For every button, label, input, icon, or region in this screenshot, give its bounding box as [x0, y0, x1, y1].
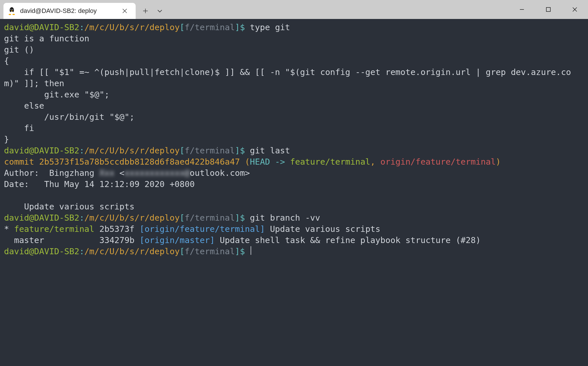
output-1-line-2: git () — [4, 45, 34, 55]
window-controls — [509, 0, 588, 19]
command-3: git branch -vv — [250, 213, 320, 223]
prompt-sep: : — [79, 213, 84, 223]
author-prefix: Author: Bingzhang — [4, 168, 99, 178]
active-tab[interactable]: david@DAVID-SB2: deploy — [3, 3, 136, 19]
prompt-dollar: $ — [240, 213, 250, 223]
command-1: type git — [250, 22, 290, 32]
chevron-down-icon — [157, 8, 163, 14]
titlebar: david@DAVID-SB2: deploy — [0, 0, 588, 19]
prompt-branch-close: ] — [235, 246, 240, 256]
prompt-user-host: david@DAVID-SB2 — [4, 146, 79, 155]
commit-branch-local: feature/terminal — [290, 157, 370, 167]
branch-line-1: * feature/terminal 2b5373f [origin/featu… — [4, 224, 381, 234]
prompt-line-1: david@DAVID-SB2:/m/c/U/b/s/r/deploy[f/te… — [4, 22, 290, 32]
b1-mid: 2b5373f — [94, 224, 139, 234]
prompt-branch-close: ] — [235, 213, 240, 223]
maximize-icon — [545, 7, 551, 12]
close-window-button[interactable] — [562, 0, 588, 19]
minimize-button[interactable] — [509, 0, 535, 19]
tab-actions — [136, 3, 166, 19]
commit-open: ( — [240, 157, 250, 167]
b1-close: ] — [260, 224, 265, 234]
svg-point-6 — [12, 9, 13, 10]
commit-branch-remote: origin/feature/terminal — [381, 157, 496, 167]
b2-pre: master 334279b — [4, 235, 139, 245]
svg-rect-14 — [546, 7, 550, 11]
tux-icon — [7, 7, 16, 15]
prompt-line-3: david@DAVID-SB2:/m/c/U/b/s/r/deploy[f/te… — [4, 213, 320, 223]
prompt-dollar: $ — [240, 146, 250, 155]
author-suffix: outlook.com> — [190, 168, 250, 178]
prompt-branch-open: [ — [180, 246, 185, 256]
tab-title: david@DAVID-SB2: deploy — [20, 7, 115, 15]
prompt-user-host: david@DAVID-SB2 — [4, 246, 79, 256]
tab-dropdown-button[interactable] — [154, 5, 166, 17]
author-mid: < — [114, 168, 124, 178]
commit-line: commit 2b5373f15a78b5ccdbb8128d6f8aed422… — [4, 157, 501, 167]
prompt-branch-close: ] — [235, 22, 240, 32]
prompt-path: /m/c/U/b/s/r/deploy — [84, 146, 180, 155]
author-blur-1: Xxx — [99, 168, 114, 178]
b2-upstream: origin/master — [145, 235, 210, 245]
command-2: git last — [250, 146, 290, 155]
branch-line-2: master 334279b [origin/master] Update sh… — [4, 235, 481, 245]
output-1-line-9: } — [4, 134, 9, 144]
commit-close: ) — [496, 157, 501, 167]
commit-hash: 2b5373f15a78b5ccdbb8128d6f8aed422b846a47 — [39, 157, 240, 167]
svg-point-2 — [10, 11, 13, 14]
prompt-path: /m/c/U/b/s/r/deploy — [84, 246, 180, 256]
prompt-sep: : — [79, 146, 84, 155]
output-1-line-8: fi — [4, 123, 34, 133]
prompt-sep: : — [79, 246, 84, 256]
close-icon — [122, 8, 127, 14]
prompt-branch-open: [ — [180, 146, 185, 155]
svg-point-7 — [9, 14, 11, 15]
prompt-dollar: $ — [240, 22, 250, 32]
minimize-icon — [519, 7, 525, 12]
output-1-line-7: /usr/bin/git "$@"; — [4, 112, 134, 122]
terminal-pane[interactable]: david@DAVID-SB2:/m/c/U/b/s/r/deploy[f/te… — [0, 19, 588, 366]
commit-comma: , — [370, 157, 381, 167]
prompt-branch: f/terminal — [185, 22, 235, 32]
prompt-path: /m/c/U/b/s/r/deploy — [84, 213, 180, 223]
svg-point-5 — [11, 9, 11, 10]
prompt-line-2: david@DAVID-SB2:/m/c/U/b/s/r/deploy[f/te… — [4, 146, 290, 155]
new-tab-button[interactable] — [140, 5, 151, 17]
author-line: Author: Bingzhang Xxx <xxxxxxxxxxxx@outl… — [4, 168, 250, 178]
b1-open: [ — [139, 224, 144, 234]
b2-msg: Update shell task && refine playbook str… — [215, 235, 481, 245]
plus-icon — [143, 8, 148, 14]
author-blur-2: xxxxxxxxxxxx@ — [124, 168, 190, 178]
prompt-branch-open: [ — [180, 213, 185, 223]
prompt-user-host: david@DAVID-SB2 — [4, 213, 79, 223]
prompt-branch: f/terminal — [185, 213, 235, 223]
prompt-user-host: david@DAVID-SB2 — [4, 22, 79, 32]
commit-message: Update various scripts — [4, 202, 134, 211]
date-line: Date: Thu May 14 12:12:09 2020 +0800 — [4, 179, 195, 189]
b1-name: feature/terminal — [14, 224, 94, 234]
b1-upstream: origin/feature/terminal — [145, 224, 260, 234]
maximize-button[interactable] — [535, 0, 562, 19]
prompt-branch: f/terminal — [185, 146, 235, 155]
b2-open: [ — [139, 235, 144, 245]
output-1-line-4: if [[ "$1" =~ ^(push|pull|fetch|clone)$ … — [4, 67, 571, 88]
prompt-line-4: david@DAVID-SB2:/m/c/U/b/s/r/deploy[f/te… — [4, 246, 251, 256]
prompt-sep: : — [79, 22, 84, 32]
b1-msg: Update various scripts — [265, 224, 381, 234]
prompt-branch-open: [ — [180, 22, 185, 32]
b1-pre: * — [4, 224, 14, 234]
output-1-line-6: else — [4, 101, 44, 111]
tab-close-button[interactable] — [119, 5, 130, 17]
b2-close: ] — [210, 235, 215, 245]
cursor — [251, 246, 251, 255]
close-icon — [572, 7, 578, 12]
output-1-line-1: git is a function — [4, 34, 89, 43]
prompt-branch: f/terminal — [185, 246, 235, 256]
output-1-line-3: { — [4, 56, 9, 66]
commit-head: HEAD -> — [250, 157, 290, 167]
svg-point-8 — [12, 14, 15, 15]
output-1-line-5: git.exe "$@"; — [4, 90, 109, 99]
prompt-branch-close: ] — [235, 146, 240, 155]
commit-label: commit — [4, 157, 39, 167]
prompt-dollar: $ — [240, 246, 250, 256]
